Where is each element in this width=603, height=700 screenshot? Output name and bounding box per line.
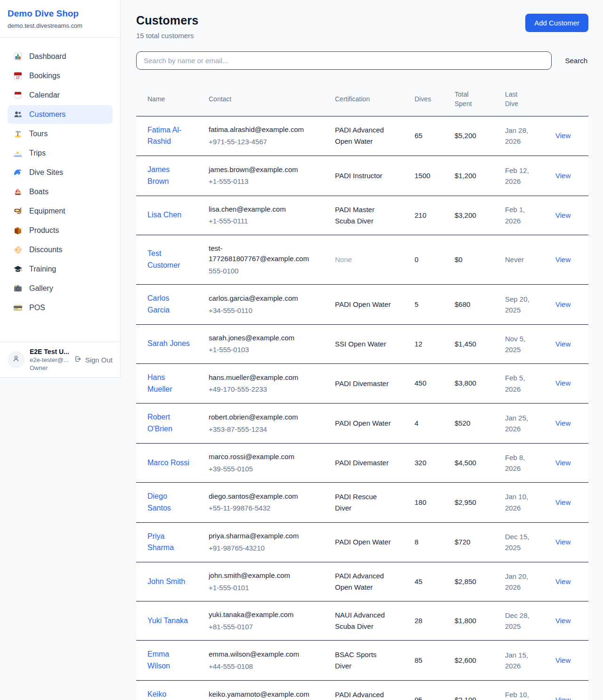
add-customer-button[interactable]: Add Customer	[525, 14, 588, 32]
customer-phone: +55-11-99876-5432	[209, 503, 327, 514]
customer-name-link[interactable]: Hans Mueller	[147, 372, 191, 395]
view-link[interactable]: View	[555, 419, 570, 427]
sidebar-item-tours[interactable]: Tours	[8, 124, 113, 143]
customer-dives: 45	[411, 562, 451, 601]
table-row: Test Customer test-1772681807767@example…	[136, 235, 588, 285]
customer-name-link[interactable]: Marco Rossi	[147, 457, 189, 469]
search-input[interactable]	[136, 51, 552, 70]
customer-certification: PADI Open Water	[335, 418, 391, 429]
customer-dives: 210	[411, 196, 451, 235]
sidebar-item-bookings[interactable]: 17 Bookings	[8, 66, 113, 85]
view-link[interactable]: View	[555, 656, 570, 664]
table-row: Yuki Tanaka yuki.tanaka@example.com +81-…	[136, 601, 588, 641]
customer-name-link[interactable]: Lisa Chen	[147, 209, 181, 221]
sidebar-item-dive-sites[interactable]: Dive Sites	[8, 163, 113, 182]
sidebar-item-boats[interactable]: Boats	[8, 182, 113, 201]
customer-certification: PADI Rescue Diver	[335, 491, 395, 514]
customer-dives: 320	[411, 444, 451, 483]
package-icon	[13, 226, 23, 235]
view-link[interactable]: View	[555, 577, 570, 585]
view-link[interactable]: View	[555, 696, 570, 700]
customer-last-dive: Jan 10, 2026	[505, 491, 537, 513]
view-link[interactable]: View	[555, 255, 570, 264]
view-link[interactable]: View	[555, 340, 570, 348]
customer-name-link[interactable]: Robert O'Brien	[147, 412, 191, 435]
sidebar: Demo Dive Shop demo.test.divestreams.com…	[0, 0, 121, 378]
customer-dives: 65	[411, 116, 451, 156]
customer-dives: 1500	[411, 156, 451, 196]
sidebar-item-training[interactable]: Training	[8, 260, 113, 279]
view-link[interactable]: View	[555, 379, 570, 387]
customer-name-link[interactable]: Priya Sharma	[147, 531, 191, 554]
view-link[interactable]: View	[555, 498, 570, 506]
view-link[interactable]: View	[555, 132, 570, 140]
sign-out-label: Sign Out	[85, 356, 113, 364]
table-row: Sarah Jones sarah.jones@example.com +1-5…	[136, 324, 588, 363]
table-row: Fatima Al-Rashid fatima.alrashid@example…	[136, 116, 588, 156]
sidebar-item-trips[interactable]: Trips	[8, 144, 113, 163]
customer-phone: +81-555-0107	[209, 622, 327, 633]
table-row: John Smith john.smith@example.com +1-555…	[136, 562, 588, 601]
view-link[interactable]: View	[555, 172, 570, 180]
user-role: Owner	[30, 364, 69, 371]
customer-total-spent: $1,450	[451, 324, 501, 363]
customer-phone: +44-555-0108	[209, 661, 327, 672]
page-title: Customers	[136, 14, 198, 27]
customer-dives: 85	[411, 641, 451, 681]
table-row: Hans Mueller hans.mueller@example.com +4…	[136, 363, 588, 404]
sidebar-item-pos[interactable]: POS	[8, 298, 113, 317]
customer-certification: BSAC Sports Diver	[335, 649, 395, 672]
customer-phone: +971-55-123-4567	[209, 137, 327, 148]
person-icon	[12, 354, 20, 365]
view-link[interactable]: View	[555, 459, 570, 467]
sidebar-item-customers[interactable]: Customers	[8, 105, 113, 124]
customer-name-link[interactable]: Sarah Jones	[147, 338, 190, 350]
customer-dives: 5	[411, 285, 451, 325]
customer-total-spent: $5,200	[451, 116, 501, 156]
customer-name-link[interactable]: James Brown	[147, 164, 191, 188]
customer-name-link[interactable]: John Smith	[147, 576, 185, 588]
sidebar-item-dashboard[interactable]: Dashboard	[8, 47, 113, 66]
customer-total-spent: $1,800	[451, 601, 501, 641]
sign-out-button[interactable]: Sign Out	[74, 355, 113, 364]
customer-email: sarah.jones@example.com	[209, 333, 309, 344]
customer-name-link[interactable]: Emma Wilson	[147, 649, 191, 672]
customer-email: fatima.alrashid@example.com	[209, 124, 309, 135]
customer-phone: +91-98765-43210	[209, 543, 327, 554]
customer-last-dive: Sep 20, 2025	[505, 294, 537, 316]
customer-total-spent: $520	[451, 404, 501, 444]
customer-total-spent: $1,200	[451, 156, 501, 196]
customer-total-spent: $2,100	[451, 680, 501, 700]
column-header-name: Name	[136, 82, 205, 116]
view-link[interactable]: View	[555, 300, 570, 308]
customer-certification: PADI Open Water	[335, 536, 391, 548]
view-link[interactable]: View	[555, 538, 570, 546]
customer-name-link[interactable]: Fatima Al-Rashid	[147, 124, 191, 148]
search-button[interactable]: Search	[564, 57, 588, 65]
customer-name-link[interactable]: Yuki Tanaka	[147, 615, 188, 627]
total-customers-count: 15 total customers	[136, 32, 198, 40]
customer-name-link[interactable]: Carlos Garcia	[147, 293, 191, 316]
view-link[interactable]: View	[555, 211, 570, 219]
table-row: Marco Rossi marco.rossi@example.com +39-…	[136, 444, 588, 483]
customer-name-link[interactable]: Diego Santos	[147, 491, 191, 514]
customer-name-link[interactable]: Test Customer	[147, 248, 191, 272]
customer-last-dive: Jan 25, 2026	[505, 412, 537, 435]
customer-total-spent: $2,600	[451, 641, 501, 681]
customer-name-link[interactable]: Keiko Yamamoto	[147, 689, 191, 700]
customer-dives: 8	[411, 522, 451, 562]
page-header: Customers 15 total customers Add Custome…	[136, 14, 588, 40]
customers-table: NameContactCertificationDivesTotal Spent…	[136, 82, 588, 700]
avatar	[8, 351, 24, 368]
view-link[interactable]: View	[555, 617, 570, 625]
customer-email: hans.mueller@example.com	[209, 372, 309, 383]
customer-phone: +34-555-0110	[209, 305, 327, 316]
sidebar-item-gallery[interactable]: Gallery	[8, 279, 113, 298]
graduation-cap-icon	[13, 264, 23, 274]
sidebar-item-discounts[interactable]: Discounts	[8, 240, 113, 259]
customer-last-dive: Never	[505, 254, 524, 265]
sidebar-item-calendar[interactable]: Calendar	[8, 86, 113, 105]
sidebar-item-equipment[interactable]: Equipment	[8, 202, 113, 221]
customer-certification: PADI Instructor	[335, 170, 383, 181]
sidebar-item-products[interactable]: Products	[8, 221, 113, 240]
